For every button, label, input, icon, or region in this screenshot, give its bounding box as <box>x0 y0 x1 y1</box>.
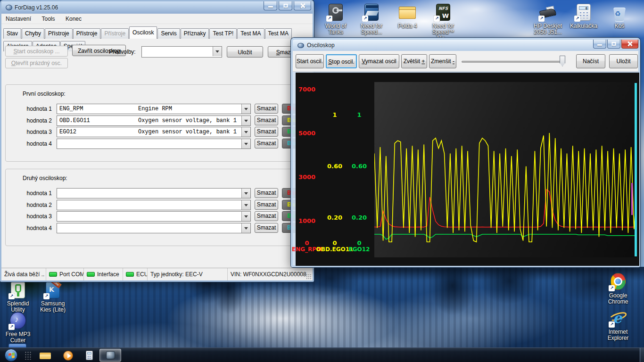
tab-p-znaky-7[interactable]: Příznaky <box>181 28 209 39</box>
group-title: První osciloskop: <box>22 90 66 97</box>
desktop-icon-wot[interactable]: ↗World of Tanks <box>320 3 352 35</box>
desktop-icon-nfs_world[interactable]: NFSW↗Need for Speed™ Mo... <box>427 3 459 41</box>
delete-value-button[interactable]: Smazat <box>255 115 278 125</box>
tab-test-ma-10[interactable]: Test MA <box>265 28 292 39</box>
partial-desktop-icon[interactable] <box>8 344 26 347</box>
fordiag-titlebar[interactable]: ForDiag v1.25.06 <box>1 1 313 14</box>
kies-icon: KLite↗ <box>43 280 63 299</box>
clear-oscil-button[interactable]: Vymazat oscil <box>359 54 399 68</box>
tab-test-ma-9[interactable]: Test MA <box>237 28 264 39</box>
desktop-icon-mp3[interactable]: ♪↗Free MP3 Cutter <box>2 311 34 344</box>
wot-icon: ↗ <box>326 3 346 22</box>
value-combobox[interactable]: EGO12Oxygen sensor voltage, bank 1 <box>57 127 251 137</box>
group-druhy-osciloskop: Druhý osciloskop:hodnota 1SmazatBarvahod… <box>5 169 307 246</box>
chevron-down-icon[interactable] <box>241 104 250 114</box>
start-osciloskop-button[interactable]: Start osciloskop ... <box>5 46 68 57</box>
axis-tick-ego12: 0.60 <box>352 163 367 170</box>
tab-chyby-1[interactable]: Chyby <box>22 28 44 39</box>
value-combobox[interactable] <box>57 211 251 222</box>
zoom-out-button[interactable]: Zmenšit - <box>429 54 456 68</box>
legend-obd.ego11: OBD.EGO11 <box>316 246 354 253</box>
maximize-button[interactable] <box>607 40 620 49</box>
chevron-down-icon[interactable] <box>213 47 222 56</box>
desktop-icon-calc[interactable]: 0↗Kalkulačka <box>568 3 600 29</box>
save-button[interactable]: Uložit <box>609 54 638 68</box>
desktop-icon-label: Google Chrome <box>602 293 634 305</box>
chevron-down-icon[interactable] <box>241 116 250 125</box>
desktop-icon-splendid[interactable]: ↗Splendid Utility <box>2 280 34 313</box>
tab-p-stroje-3[interactable]: Přístroje <box>73 28 101 39</box>
delete-value-button[interactable]: Smazat <box>255 104 278 114</box>
delete-value-button[interactable]: Smazat <box>255 211 278 221</box>
menu-nastaveni[interactable]: Nastavení <box>1 14 35 22</box>
tab-p-stroje-2[interactable]: Přístroje <box>45 28 73 39</box>
fordiag-window: ForDiag v1.25.06 Nastavení Tools Konec S… <box>0 0 314 282</box>
open-empty-osc-button[interactable]: Otevřít prázdný osc. <box>5 58 68 68</box>
value-row: hodnota 1ENG_RPMEngine RPMSmazatBarva <box>8 104 306 114</box>
axis-tick-ego12: 0.20 <box>352 214 367 221</box>
chevron-down-icon[interactable] <box>241 139 250 148</box>
explorer-taskbar-icon[interactable] <box>40 352 52 360</box>
desktop-icon-folder[interactable]: Polda 4 <box>391 3 423 29</box>
maximize-button[interactable] <box>279 1 292 10</box>
tab-stav-0[interactable]: Stav <box>3 28 21 39</box>
minimize-button[interactable] <box>593 40 606 49</box>
chevron-down-icon[interactable] <box>241 127 250 137</box>
zoom-slider-track[interactable] <box>462 61 565 63</box>
resize-grip[interactable] <box>306 274 312 280</box>
desktop-icon-hp[interactable]: ↗HP Deskjet 2050 J51... <box>532 3 564 35</box>
axis-tick-obd.ego11: 0.60 <box>327 163 342 170</box>
delete-value-button[interactable]: Smazat <box>255 223 278 233</box>
combo-value: OBD.EGO11 <box>59 117 138 124</box>
ecu-led-icon <box>126 272 134 277</box>
interface-led-icon <box>87 272 95 277</box>
desktop-icon-nfs_shift[interactable]: ↗Need for Speed... <box>355 3 388 35</box>
zoom-slider-thumb[interactable] <box>560 56 565 66</box>
tab-p-stroje-4[interactable]: Přístroje <box>101 28 129 39</box>
chevron-down-icon[interactable] <box>241 200 250 210</box>
desktop-icon-kies[interactable]: KLite↗Samsung Kies (Lite) <box>37 280 69 313</box>
desktop-icon-chrome[interactable]: ↗Google Chrome <box>602 272 634 305</box>
calculator-taskbar-icon[interactable] <box>86 351 93 360</box>
media-player-taskbar-icon[interactable] <box>63 351 73 361</box>
value-row-label: hodnota 2 <box>8 117 52 124</box>
menu-konec[interactable]: Konec <box>61 14 86 22</box>
tab-test-tp--8[interactable]: Test TP! <box>209 28 237 39</box>
minimize-button[interactable] <box>264 1 277 10</box>
delete-value-button[interactable]: Smazat <box>255 200 278 210</box>
show-desktop-button[interactable] <box>640 348 644 362</box>
osciloskop-titlebar[interactable]: Osciloskop <box>293 40 638 51</box>
value-combobox[interactable] <box>57 188 251 198</box>
axis-tick-obd.ego11: 0 <box>332 239 337 247</box>
fordiag-taskbar-button[interactable] <box>99 349 121 362</box>
load-button[interactable]: Načíst <box>576 54 605 68</box>
delete-value-button[interactable]: Smazat <box>255 188 278 198</box>
delete-value-button[interactable]: Smazat <box>255 127 278 137</box>
value-combobox[interactable] <box>57 139 251 149</box>
start-oscil-button[interactable]: Start oscil. <box>296 54 324 68</box>
zoom-in-button[interactable]: Zvětšit + <box>401 54 427 68</box>
tab-servis-6[interactable]: Servis <box>157 28 180 39</box>
desktop-icon-ie[interactable]: e↗Internet Explorer <box>602 309 634 341</box>
desktop-icon-label: Kalkulačka <box>568 23 600 29</box>
save-preset-button[interactable]: Uložit <box>227 46 263 58</box>
value-combobox[interactable]: OBD.EGO11Oxygen sensor voltage, bank 1 u… <box>57 115 251 126</box>
start-button[interactable] <box>5 349 17 362</box>
value-row: hodnota 4SmazatBarva <box>8 139 306 149</box>
chevron-down-icon[interactable] <box>241 189 250 198</box>
close-button[interactable] <box>621 40 638 49</box>
close-button[interactable] <box>294 1 311 10</box>
value-combobox[interactable] <box>57 200 251 210</box>
stop-oscil-button[interactable]: Stop oscil. <box>326 54 357 68</box>
chevron-down-icon[interactable] <box>241 212 250 221</box>
desktop-icon-bin[interactable]: ♻Koš <box>603 3 636 29</box>
menu-tools[interactable]: Tools <box>37 14 59 22</box>
value-combobox[interactable] <box>57 223 251 233</box>
value-row-label: hodnota 3 <box>8 213 52 220</box>
nfs_world-icon: NFSW↗ <box>433 3 453 22</box>
value-combobox[interactable]: ENG_RPMEngine RPM <box>57 104 251 114</box>
chevron-down-icon[interactable] <box>241 223 250 233</box>
delete-value-button[interactable]: Smazat <box>255 139 278 148</box>
tab-oscilosk-5[interactable]: Oscilosk <box>129 26 157 39</box>
presets-combobox[interactable] <box>141 46 222 58</box>
